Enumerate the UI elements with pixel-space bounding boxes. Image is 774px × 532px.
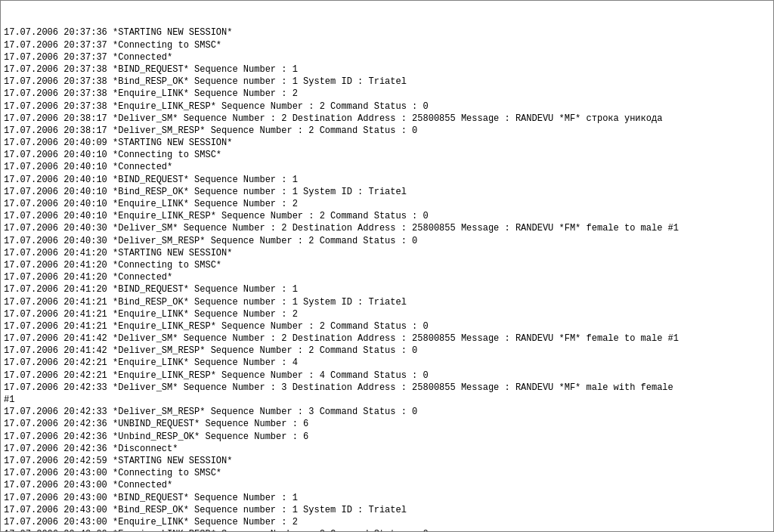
log-line: 17.07.2006 20:41:21 *Bind_RESP_OK* Seque…	[4, 296, 758, 308]
log-line: 17.07.2006 20:40:10 *Bind_RESP_OK* Seque…	[4, 186, 758, 198]
log-line: 17.07.2006 20:37:38 *BIND_REQUEST* Seque…	[4, 63, 758, 76]
log-line: 17.07.2006 20:41:20 *STARTING NEW SESSIO…	[4, 247, 758, 259]
log-line: 17.07.2006 20:40:30 *Deliver_SM_RESP* Se…	[4, 235, 758, 247]
log-line: 17.07.2006 20:38:17 *Deliver_SM* Sequenc…	[4, 113, 758, 125]
log-line: 17.07.2006 20:43:00 *Enquire_LINK* Seque…	[4, 516, 758, 528]
log-window: 17.07.2006 20:37:36 *STARTING NEW SESSIO…	[0, 0, 774, 532]
log-line: 17.07.2006 20:40:10 *Enquire_LINK_RESP* …	[4, 210, 758, 222]
log-line: 17.07.2006 20:40:10 *Enquire_LINK* Seque…	[4, 198, 758, 210]
log-line: 17.07.2006 20:42:21 *Enquire_LINK_RESP* …	[4, 370, 758, 382]
log-line: 17.07.2006 20:42:36 *Disconnect*	[4, 443, 758, 455]
log-line: 17.07.2006 20:37:38 *Bind_RESP_OK* Seque…	[4, 76, 758, 88]
log-line: 17.07.2006 20:37:38 *Enquire_LINK_RESP* …	[4, 101, 758, 113]
log-line: 17.07.2006 20:42:33 *Deliver_SM_RESP* Se…	[4, 406, 758, 418]
log-line: 17.07.2006 20:42:21 *Enquire_LINK* Seque…	[4, 357, 758, 369]
log-line: 17.07.2006 20:42:36 *UNBIND_REQUEST* Seq…	[4, 418, 758, 430]
log-line: 17.07.2006 20:43:00 *Connected*	[4, 479, 758, 491]
log-line: 17.07.2006 20:43:00 *BIND_REQUEST* Seque…	[4, 492, 758, 504]
log-line: 17.07.2006 20:40:10 *BIND_REQUEST* Seque…	[4, 174, 758, 186]
log-line: #1	[4, 394, 758, 406]
log-line: 17.07.2006 20:40:10 *Connected*	[4, 161, 758, 173]
log-line: 17.07.2006 20:40:10 *Connecting to SMSC*	[4, 149, 758, 161]
log-line: 17.07.2006 20:43:00 *Bind_RESP_OK* Seque…	[4, 504, 758, 516]
log-line: 17.07.2006 20:37:38 *Enquire_LINK* Seque…	[4, 88, 758, 100]
log-line: 17.07.2006 20:37:37 *Connecting to SMSC*	[4, 39, 758, 51]
log-line: 17.07.2006 20:42:36 *Unbind_RESP_OK* Seq…	[4, 431, 758, 443]
log-line: 17.07.2006 20:41:20 *Connecting to SMSC*	[4, 259, 758, 271]
log-line: 17.07.2006 20:41:21 *Enquire_LINK_RESP* …	[4, 320, 758, 332]
log-line: 17.07.2006 20:37:36 *STARTING NEW SESSIO…	[4, 26, 758, 39]
log-line: 17.07.2006 20:42:59 *STARTING NEW SESSIO…	[4, 455, 758, 467]
log-line: 17.07.2006 20:41:21 *Enquire_LINK* Seque…	[4, 308, 758, 320]
log-line: 17.07.2006 20:43:00 *Connecting to SMSC*	[4, 467, 758, 479]
log-line: 17.07.2006 20:41:42 *Deliver_SM_RESP* Se…	[4, 345, 758, 357]
log-line: 17.07.2006 20:41:20 *Connected*	[4, 271, 758, 283]
log-line: 17.07.2006 20:42:33 *Deliver_SM* Sequenc…	[4, 382, 758, 394]
log-line: 17.07.2006 20:40:30 *Deliver_SM* Sequenc…	[4, 222, 758, 234]
log-line: 17.07.2006 20:37:37 *Connected*	[4, 51, 758, 63]
log-line: 17.07.2006 20:40:09 *STARTING NEW SESSIO…	[4, 137, 758, 149]
log-line: 17.07.2006 20:43:00 *Enquire_LINK_RESP* …	[4, 528, 758, 531]
log-scroll-area[interactable]: 17.07.2006 20:37:36 *STARTING NEW SESSIO…	[1, 1, 761, 531]
log-line: 17.07.2006 20:41:42 *Deliver_SM* Sequenc…	[4, 332, 758, 345]
log-line: 17.07.2006 20:38:17 *Deliver_SM_RESP* Se…	[4, 125, 758, 137]
log-line: 17.07.2006 20:41:20 *BIND_REQUEST* Seque…	[4, 283, 758, 295]
